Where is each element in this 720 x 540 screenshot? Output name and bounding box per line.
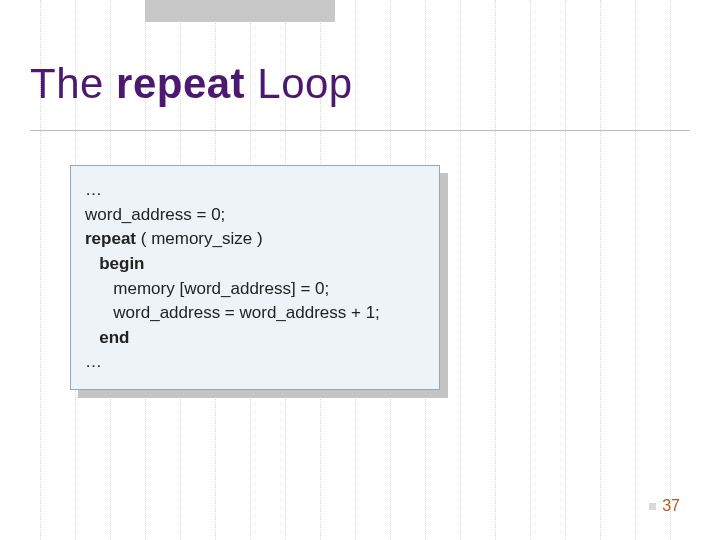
top-accent-strip [145, 0, 335, 22]
code-line: ( memory_size ) [136, 229, 263, 248]
page-number: 37 [649, 497, 680, 515]
code-line: word_address = word_address + 1; [113, 303, 380, 322]
code-keyword-end: end [99, 328, 129, 347]
title-divider [30, 130, 690, 131]
page-number-bullet-icon [649, 503, 656, 510]
slide-title: The repeat Loop [30, 60, 353, 108]
code-keyword-repeat: repeat [85, 229, 136, 248]
code-panel: … word_address = 0; repeat ( memory_size… [70, 165, 440, 390]
code-box: … word_address = 0; repeat ( memory_size… [70, 165, 440, 390]
title-suffix: Loop [245, 60, 353, 107]
title-prefix: The [30, 60, 116, 107]
code-line: memory [word_address] = 0; [113, 279, 329, 298]
slide: The repeat Loop … word_address = 0; repe… [0, 0, 720, 540]
code-line: word_address = 0; [85, 205, 225, 224]
code-keyword-begin: begin [99, 254, 144, 273]
page-number-value: 37 [662, 497, 680, 514]
title-keyword: repeat [116, 60, 245, 107]
code-line: … [85, 352, 102, 371]
code-line: … [85, 180, 102, 199]
